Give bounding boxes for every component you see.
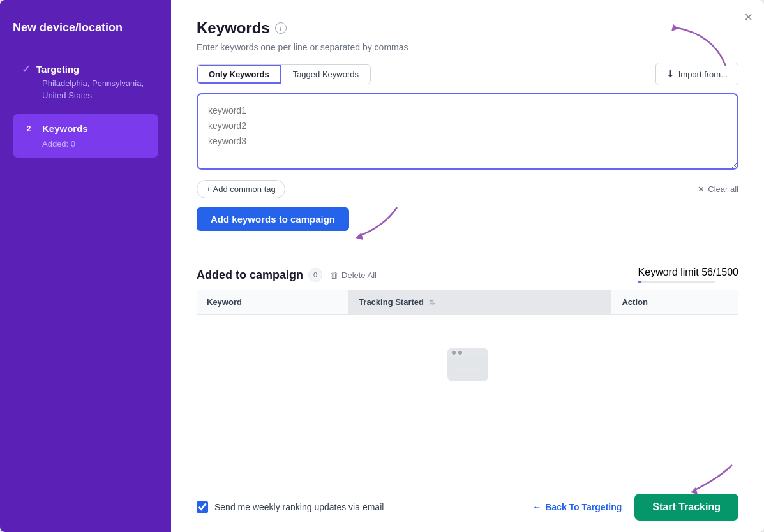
close-button[interactable]: × [744,9,753,26]
main-content: × Keywords i Enter keywords one per line… [171,0,764,532]
keywords-table: Keyword Tracking Started ⇅ Action [197,290,738,404]
add-common-tag-button[interactable]: + Add common tag [197,180,285,198]
tab-only-keywords[interactable]: Only Keywords [197,65,281,84]
empty-state-icon [442,341,493,392]
clear-all-button[interactable]: ✕ Clear all [698,184,738,194]
check-icon: ✓ [22,63,30,75]
section-title-text: Keywords [197,19,270,37]
col-keyword: Keyword [197,290,348,315]
section-title-row: Keywords i [197,19,738,37]
sidebar-item-targeting[interactable]: ✓ Targeting Philadelphia, Pennsylvania, … [13,55,158,108]
section-subtitle: Enter keywords one per line or separated… [197,42,738,52]
add-keywords-arrow [346,201,403,246]
col-tracking: Tracking Started ⇅ [348,290,611,315]
back-arrow-icon: ← [532,502,541,512]
tab-tagged-keywords[interactable]: Tagged Keywords [281,65,370,84]
sidebar-item-keywords[interactable]: 2 Keywords Added: 0 [13,114,158,158]
sidebar-title: New device/location [13,20,158,35]
keyword-limit-bar [638,281,715,283]
clear-x-icon: ✕ [698,184,705,194]
email-checkbox-row: Send me weekly ranking updates via email [197,501,384,513]
campaign-header-row: Added to campaign 0 🗑 Delete All Keyword… [197,267,738,283]
campaign-title: Added to campaign [197,269,303,282]
content-scroll: Keywords i Enter keywords one per line o… [171,0,764,482]
start-tracking-button[interactable]: Start Tracking [634,494,738,521]
start-tracking-wrapper: Start Tracking [634,494,738,521]
svg-marker-1 [356,233,363,240]
delete-all-label: Delete All [341,270,377,280]
sidebar-targeting-label: Targeting [36,64,79,75]
keywords-textarea[interactable] [197,93,738,170]
col-action: Action [611,290,738,315]
footer: Send me weekly ranking updates via email… [171,482,764,532]
email-label: Send me weekly ranking updates via email [214,502,384,512]
keyword-limit-label: Keyword limit [638,267,699,277]
add-keywords-wrapper: Add keywords to campaign [197,207,349,249]
sidebar-targeting-sub: Philadelphia, Pennsylvania, United State… [22,78,149,101]
import-label: Import from... [678,70,728,79]
campaign-badge: 0 [308,268,322,282]
import-icon: ⬇ [666,68,675,80]
trash-icon: 🗑 [330,270,338,280]
delete-all-button[interactable]: 🗑 Delete All [330,270,377,280]
sort-icon[interactable]: ⇅ [429,299,435,306]
keyword-limit-bar-fill [638,281,641,283]
svg-point-4 [452,351,456,355]
svg-point-5 [458,351,462,355]
add-keywords-button[interactable]: Add keywords to campaign [197,207,349,231]
sidebar-keywords-sub: Added: 0 [22,138,149,150]
email-checkbox[interactable] [197,501,208,513]
modal: New device/location ✓ Targeting Philadel… [0,0,764,532]
clear-all-label: Clear all [708,184,738,194]
step-number: 2 [22,122,36,136]
tag-row: + Add common tag ✕ Clear all [197,180,738,198]
textarea-wrapper [197,93,738,172]
keyword-limit-area: Keyword limit 56/1500 [638,267,738,283]
import-button[interactable]: ⬇ Import from... [655,63,738,85]
sidebar-keywords-label: Keywords [42,123,88,134]
keyword-limit-value: 56/1500 [701,267,738,277]
tabs-row: Only Keywords Tagged Keywords ⬇ Import f… [197,63,738,85]
footer-actions: ← Back To Targeting Start Tracking [532,494,738,521]
back-to-targeting-button[interactable]: ← Back To Targeting [532,502,622,512]
sidebar: New device/location ✓ Targeting Philadel… [0,0,171,532]
info-icon[interactable]: i [275,22,287,34]
tabs-group: Only Keywords Tagged Keywords [197,64,371,84]
back-btn-label: Back To Targeting [545,502,622,512]
empty-state [197,315,738,404]
